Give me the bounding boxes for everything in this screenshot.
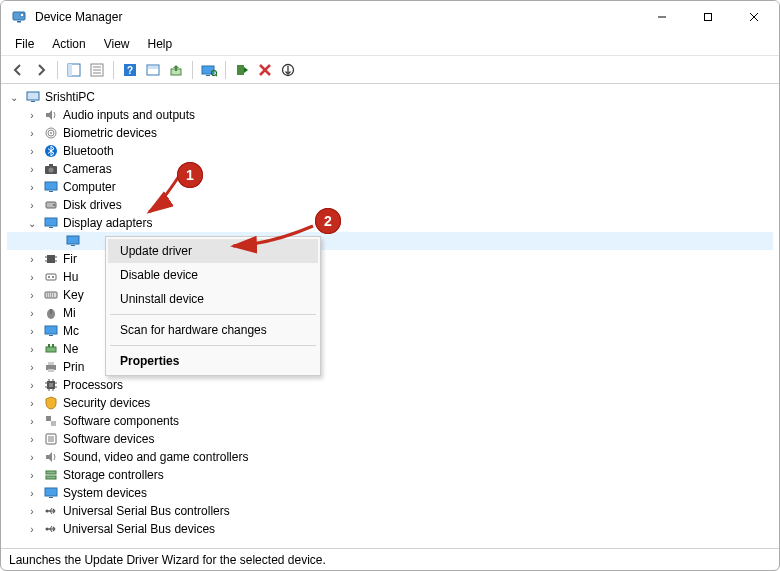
expand-arrow-right-icon[interactable]: › xyxy=(25,468,39,482)
svg-point-2 xyxy=(20,13,24,17)
context-disable-device[interactable]: Disable device xyxy=(108,263,318,287)
expand-arrow-right-icon[interactable]: › xyxy=(25,504,39,518)
expand-arrow-right-icon[interactable]: › xyxy=(25,522,39,536)
software-icon xyxy=(43,431,59,447)
action-button[interactable] xyxy=(142,59,164,81)
expand-arrow-right-icon[interactable]: › xyxy=(25,450,39,464)
expand-arrow-right-icon[interactable]: › xyxy=(25,360,39,374)
tree-item-sound[interactable]: › Sound, video and game controllers xyxy=(7,448,773,466)
tree-item-biometric[interactable]: › Biometric devices xyxy=(7,124,773,142)
expand-arrow-right-icon[interactable]: › xyxy=(25,108,39,122)
minimize-button[interactable] xyxy=(639,1,685,33)
tree-item-software-components[interactable]: › Software components xyxy=(7,412,773,430)
toolbar-separator xyxy=(225,61,226,79)
context-uninstall-device[interactable]: Uninstall device xyxy=(108,287,318,311)
tree-label: Computer xyxy=(63,180,116,194)
expand-arrow-down-icon[interactable]: ⌄ xyxy=(25,216,39,230)
svg-rect-48 xyxy=(46,274,56,280)
tree-item-system[interactable]: › System devices xyxy=(7,484,773,502)
tree-label: System devices xyxy=(63,486,147,500)
usb-icon xyxy=(43,521,59,537)
menu-view[interactable]: View xyxy=(96,35,138,53)
update-driver-button[interactable] xyxy=(165,59,187,81)
tree-item-usb-controllers[interactable]: › Universal Serial Bus controllers xyxy=(7,502,773,520)
menu-file[interactable]: File xyxy=(7,35,42,53)
scan-hardware-button[interactable] xyxy=(198,59,220,81)
svg-rect-79 xyxy=(46,476,56,479)
security-icon xyxy=(43,395,59,411)
svg-rect-34 xyxy=(49,164,53,166)
context-scan-hardware[interactable]: Scan for hardware changes xyxy=(108,318,318,342)
context-update-driver[interactable]: Update driver xyxy=(108,239,318,263)
expand-arrow-right-icon[interactable]: › xyxy=(25,378,39,392)
toolbar-separator xyxy=(113,61,114,79)
close-button[interactable] xyxy=(731,1,777,33)
show-hide-tree-button[interactable] xyxy=(63,59,85,81)
tree-item-storage[interactable]: › Storage controllers xyxy=(7,466,773,484)
expand-arrow-right-icon[interactable]: › xyxy=(25,306,39,320)
enable-device-button[interactable] xyxy=(231,59,253,81)
tree-root[interactable]: ⌄ SrishtiPC xyxy=(7,88,773,106)
expand-arrow-right-icon[interactable]: › xyxy=(25,162,39,176)
tree-item-bluetooth[interactable]: › Bluetooth xyxy=(7,142,773,160)
status-text: Launches the Update Driver Wizard for th… xyxy=(9,553,326,567)
uninstall-device-button[interactable] xyxy=(254,59,276,81)
annotation-badge-2: 2 xyxy=(315,208,341,234)
tree-label: Mc xyxy=(63,324,79,338)
tree-item-security[interactable]: › Security devices xyxy=(7,394,773,412)
expand-arrow-right-icon[interactable]: › xyxy=(25,432,39,446)
svg-rect-18 xyxy=(202,66,214,74)
network-icon xyxy=(43,341,59,357)
tree-item-usb-devices[interactable]: › Universal Serial Bus devices xyxy=(7,520,773,538)
tree-item-software-devices[interactable]: › Software devices xyxy=(7,430,773,448)
expand-arrow-right-icon[interactable]: › xyxy=(25,288,39,302)
properties-button[interactable] xyxy=(86,59,108,81)
expand-arrow-right-icon[interactable]: › xyxy=(25,396,39,410)
expand-arrow-down-icon[interactable]: ⌄ xyxy=(7,90,21,104)
expand-arrow-right-icon[interactable]: › xyxy=(25,270,39,284)
maximize-button[interactable] xyxy=(685,1,731,33)
usb-icon xyxy=(43,503,59,519)
tree-item-computer[interactable]: › Computer xyxy=(7,178,773,196)
tree-label: Bluetooth xyxy=(63,144,114,158)
window-controls xyxy=(639,1,777,33)
tree-item-display-adapters[interactable]: ⌄ Display adapters xyxy=(7,214,773,232)
tree-label: Audio inputs and outputs xyxy=(63,108,195,122)
menu-help[interactable]: Help xyxy=(140,35,181,53)
svg-point-49 xyxy=(48,276,50,278)
camera-icon xyxy=(43,161,59,177)
expand-arrow-right-icon[interactable]: › xyxy=(25,324,39,338)
context-properties[interactable]: Properties xyxy=(108,349,318,373)
tree-label: Sound, video and game controllers xyxy=(63,450,248,464)
expand-arrow-right-icon[interactable]: › xyxy=(25,342,39,356)
expand-arrow-right-icon[interactable]: › xyxy=(25,180,39,194)
expand-arrow-right-icon[interactable]: › xyxy=(25,126,39,140)
chip-icon xyxy=(43,251,59,267)
expand-arrow-right-icon[interactable]: › xyxy=(25,144,39,158)
fingerprint-icon xyxy=(43,125,59,141)
back-button[interactable] xyxy=(7,59,29,81)
forward-button[interactable] xyxy=(30,59,52,81)
cpu-icon xyxy=(43,377,59,393)
expand-arrow-right-icon[interactable]: › xyxy=(25,252,39,266)
svg-line-21 xyxy=(216,75,217,76)
tree-item-processors[interactable]: › Processors xyxy=(7,376,773,394)
device-tree[interactable]: ⌄ SrishtiPC › Audio inputs and outputs ›… xyxy=(1,84,779,548)
expand-arrow-right-icon[interactable]: › xyxy=(25,414,39,428)
tree-label: Prin xyxy=(63,360,84,374)
menu-action[interactable]: Action xyxy=(44,35,93,53)
tree-label: Cameras xyxy=(63,162,112,176)
tree-item-disk[interactable]: › Disk drives xyxy=(7,196,773,214)
expand-arrow-right-icon[interactable]: › xyxy=(25,486,39,500)
tree-item-cameras[interactable]: › Cameras xyxy=(7,160,773,178)
svg-rect-57 xyxy=(49,335,53,336)
menu-bar: File Action View Help xyxy=(1,33,779,56)
disable-device-button[interactable] xyxy=(277,59,299,81)
tree-item-audio[interactable]: › Audio inputs and outputs xyxy=(7,106,773,124)
svg-rect-22 xyxy=(237,65,244,75)
toolbar-separator xyxy=(57,61,58,79)
expand-arrow-right-icon[interactable]: › xyxy=(25,198,39,212)
tree-label: Software devices xyxy=(63,432,154,446)
help-button[interactable]: ? xyxy=(119,59,141,81)
svg-rect-19 xyxy=(206,75,210,76)
